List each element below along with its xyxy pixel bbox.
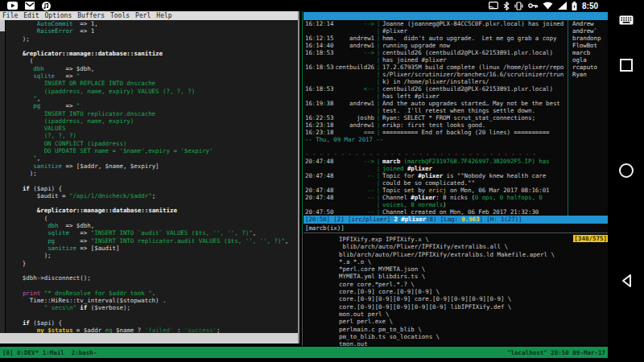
message-timestamp: 20:47:48 (305, 158, 334, 165)
code-line (8, 312, 298, 319)
home-button[interactable] (618, 162, 634, 182)
message-nick (334, 165, 374, 172)
message-nick: joshb (334, 114, 374, 121)
code-line: VALUES (8, 125, 298, 132)
code-line: Time::HiRes::tv_interval($stopwatch) . (8, 297, 298, 304)
irc-row: |k) in /home/plixer/installers/ (305, 78, 564, 85)
code-line: $dbh->disconnect(); (8, 274, 298, 282)
code-line: (ipaddress, name, expiry) VALUES (?, ?, … (8, 88, 298, 95)
message-text: could be so complicated."" (382, 179, 564, 187)
clock: 8:50 (582, 2, 598, 10)
irc-row: 16:14:40andrew1|running upgrade now (305, 42, 564, 49)
emacs-code-area[interactable]: AutoCommit => 1, RaiseError => 1 ); &rep… (8, 20, 298, 333)
android-nav-bar (608, 0, 644, 362)
message-nick (334, 93, 374, 100)
irc-row: 16:23:18andrew1|erikp: first test looks … (305, 121, 564, 129)
nick-item: ogla (572, 56, 606, 64)
message-text: centbuild26 (centbuild2@PLX-62153891.plx… (382, 85, 564, 93)
wifi-icon (543, 2, 553, 10)
irssi-pane[interactable]: "Nobody knew health care could be so com… (303, 11, 608, 232)
message-timestamp: 16:23:18 (305, 129, 334, 136)
message-timestamp: 20:47:48 (305, 194, 334, 201)
code-line: ( (8, 215, 298, 222)
system-icons: 8:50 (489, 2, 608, 10)
key-icon (528, 2, 538, 9)
column-separator: | (374, 129, 382, 136)
message-timestamp: 16:18:53 (305, 85, 334, 93)
message-timestamp (305, 71, 334, 78)
menu-item-options[interactable]: Options (45, 12, 72, 19)
code-line: ); (8, 170, 298, 177)
irc-row: 16:12:15andrew1|hmm. didn't auto upgrade… (305, 35, 564, 42)
code-line (8, 267, 298, 274)
code-line: DO UPDATE SET name = '$name',expiry = '$… (8, 147, 298, 154)
column-separator: | (374, 64, 382, 71)
keyboard-icon[interactable] (619, 13, 634, 28)
irc-row: 20:47:48--|Topic for #plixer is ""Nobody… (305, 172, 564, 179)
menu-item-edit[interactable]: Edit (23, 12, 39, 19)
message-timestamp: 20:47:50 (305, 208, 334, 216)
shell-pane[interactable]: [340/575] IPFIXify.exp IPFIXify.x \ blib… (303, 233, 608, 346)
back-button[interactable] (620, 274, 633, 291)
message-timestamp: 20:47:48 (305, 187, 334, 194)
message-nick: -- (334, 208, 374, 216)
emacs-menu-bar: FileEditOptionsBuffersToolsPerlHelp (0, 11, 298, 20)
irc-row: 20:47:48--|Channel #plixer: 8 nicks (0 o… (305, 194, 564, 201)
code-line: (?, ?, ?) (8, 132, 298, 139)
irc-row: |voices, 8 normals) (305, 201, 564, 208)
irc-input-line[interactable]: [marcb(ix)] (305, 224, 609, 232)
message-timestamp: 16:14:40 (305, 42, 334, 49)
column-separator: | (374, 179, 382, 187)
message-nick: -- (334, 187, 374, 194)
message-timestamp (305, 179, 334, 187)
code-line: dbh => $dbh, (8, 222, 298, 229)
message-timestamp: 16:22:53 (305, 114, 334, 121)
message-nick: <-- (334, 85, 374, 93)
irc-status-bar: [20:50] [2] [irc/plixer] 2:#plixer(8) [L… (303, 216, 608, 224)
message-nick: === (334, 129, 374, 136)
menu-item-tools[interactable]: Tools (110, 12, 130, 19)
message-nick: --> (334, 49, 374, 56)
menu-item-file[interactable]: File (2, 12, 18, 19)
shell-pane-left-border (302, 233, 303, 346)
irc-row: 16:18:53-->|centbuild26 (centbuild2@PLX-… (305, 49, 564, 56)
column-separator: | (374, 194, 382, 201)
code-line: } (8, 260, 298, 267)
youtube-icon (7, 2, 18, 10)
irc-row: 16:22:53joshb|Ryan: SELECT * FROM scrut_… (305, 114, 564, 121)
irc-row: 20:47:48-->|marcb (marcb@F2319768.7F4269… (305, 158, 564, 165)
column-separator: | (374, 27, 382, 35)
message-text: ========== End of backlog (20 lines) ===… (382, 129, 564, 136)
message-text: 17.2.67935M build complete (linux /home/… (382, 64, 564, 71)
irc-row: |has left #plixer (305, 93, 564, 100)
code-line: pg => " (8, 102, 298, 109)
code-line: &replicator::manage::database::sanitize (8, 50, 298, 57)
music-icon (42, 2, 51, 10)
code-line (8, 282, 298, 289)
message-timestamp: 16:23:18 (305, 121, 334, 129)
code-line: " secs\n" if ($verbose); (8, 304, 298, 311)
menu-item-perl[interactable]: Perl (135, 12, 151, 19)
scrollbar-thumb[interactable] (0, 20, 5, 31)
message-nick: --> (334, 158, 374, 165)
recents-button[interactable] (619, 58, 634, 76)
emacs-pane[interactable]: FileEditOptionsBuffersToolsPerlHelp Auto… (0, 11, 298, 343)
message-nick: andrew1 (334, 121, 374, 129)
blank-row (305, 143, 564, 150)
message-timestamp: 16:18:53 (305, 49, 334, 56)
message-nick: andrew1 (334, 35, 374, 42)
emacs-scrollbar[interactable] (0, 20, 6, 333)
menu-item-buffers[interactable]: Buffers (77, 12, 105, 19)
message-timestamp (305, 93, 334, 100)
column-separator: | (374, 100, 382, 107)
nick-item: brandonp (572, 35, 606, 42)
code-line: sqlite => " (8, 72, 298, 80)
irc-topic-bar: "Nobody knew health care could be so com… (303, 12, 608, 20)
code-line: pg => "INSERT INTO replicator.audit VALU… (8, 237, 298, 245)
message-timestamp: 16:19:38 (305, 100, 334, 107)
code-line: ", (8, 95, 298, 102)
menu-item-help[interactable]: Help (156, 12, 171, 19)
message-nick (334, 56, 374, 64)
message-timestamp (305, 78, 334, 85)
code-line: ( (8, 57, 298, 64)
